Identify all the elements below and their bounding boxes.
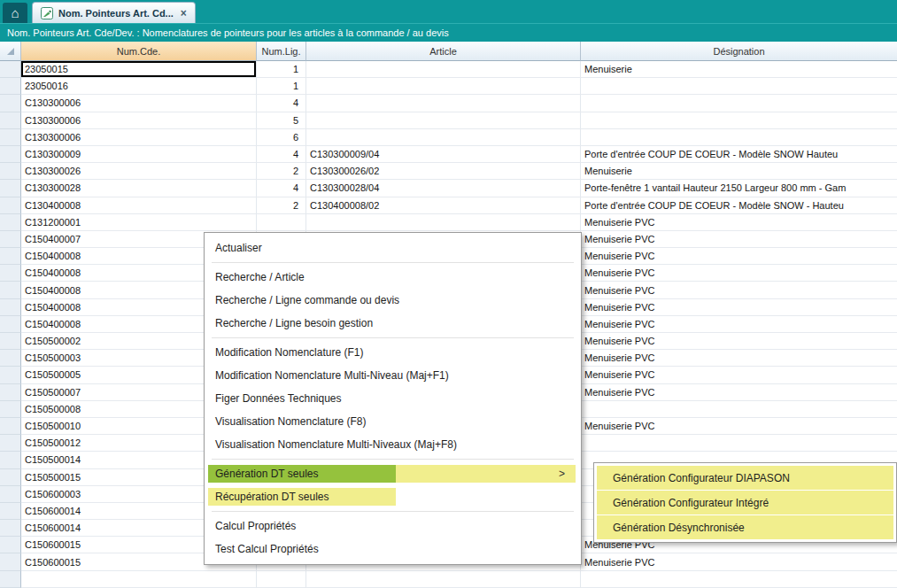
- cell-designation[interactable]: [581, 78, 897, 95]
- menu-item-13[interactable]: Récupération DT seules: [205, 485, 581, 508]
- row-selector[interactable]: [0, 299, 21, 316]
- row-selector[interactable]: [0, 61, 21, 78]
- cell-article[interactable]: [306, 61, 581, 78]
- cell-num-lig[interactable]: 1: [257, 61, 306, 78]
- cell-designation[interactable]: [581, 129, 897, 146]
- cell-article[interactable]: [306, 129, 581, 146]
- home-tab-button[interactable]: ⌂: [3, 3, 27, 23]
- row-selector[interactable]: [0, 553, 21, 570]
- submenu-item-0[interactable]: Génération Configurateur DIAPASON: [597, 466, 893, 490]
- row-selector[interactable]: [0, 197, 21, 214]
- cell-designation[interactable]: Menuiserie: [581, 61, 897, 78]
- row-selector[interactable]: [0, 486, 21, 503]
- row-selector[interactable]: [0, 571, 21, 588]
- column-header-article[interactable]: Article: [306, 42, 581, 61]
- row-selector[interactable]: [0, 401, 21, 418]
- cell-num-cde[interactable]: C130300028: [21, 180, 257, 197]
- cell-designation[interactable]: Menuiserie PVC: [581, 367, 897, 383]
- row-selector[interactable]: [0, 95, 21, 112]
- row-selector[interactable]: [0, 231, 21, 248]
- cell-article[interactable]: [306, 214, 581, 231]
- cell-num-cde[interactable]: [21, 571, 257, 588]
- cell-article[interactable]: C130300009/04: [306, 146, 581, 163]
- row-selector[interactable]: [0, 112, 21, 129]
- cell-article[interactable]: [306, 95, 581, 112]
- row-selector[interactable]: [0, 503, 21, 520]
- cell-designation[interactable]: Porte-fenêtre 1 vantail Hauteur 2150 Lar…: [581, 180, 897, 197]
- cell-num-lig[interactable]: 6: [257, 129, 306, 146]
- cell-num-lig[interactable]: 4: [257, 95, 306, 112]
- cell-designation[interactable]: [581, 112, 897, 129]
- cell-designation[interactable]: Porte d'entrée COUP DE COEUR - Modèle SN…: [581, 197, 897, 214]
- cell-designation[interactable]: Menuiserie PVC: [581, 231, 897, 248]
- row-selector[interactable]: [0, 350, 21, 367]
- row-selector[interactable]: [0, 180, 21, 197]
- menu-item-3[interactable]: Recherche / Ligne commande ou devis: [205, 289, 581, 312]
- cell-designation[interactable]: Menuiserie PVC: [581, 384, 897, 401]
- column-header-num-lig[interactable]: Num.Lig.: [257, 42, 306, 61]
- row-selector[interactable]: [0, 214, 21, 231]
- row-selector[interactable]: [0, 452, 21, 468]
- menu-item-6[interactable]: Modification Nomenclature (F1): [205, 341, 581, 364]
- cell-designation[interactable]: Menuiserie PVC: [581, 248, 897, 265]
- submenu-item-1[interactable]: Génération Configurateur Intégré: [597, 491, 893, 514]
- cell-designation[interactable]: Menuiserie PVC: [581, 265, 897, 282]
- tab-nom-pointeurs[interactable]: Nom. Pointeurs Art. Cd... ×: [32, 2, 196, 23]
- cell-designation[interactable]: Menuiserie PVC: [581, 316, 897, 333]
- menu-item-15[interactable]: Calcul Propriétés: [205, 514, 581, 538]
- row-selector[interactable]: [0, 282, 21, 298]
- cell-designation[interactable]: Menuiserie PVC: [581, 333, 897, 350]
- cell-designation[interactable]: Menuiserie PVC: [581, 553, 897, 570]
- cell-designation[interactable]: Menuiserie PVC: [581, 299, 897, 316]
- row-selector[interactable]: [0, 163, 21, 180]
- column-header-designation[interactable]: Désignation: [581, 42, 897, 61]
- row-selector[interactable]: [0, 333, 21, 350]
- row-selector[interactable]: [0, 316, 21, 333]
- tab-close-icon[interactable]: ×: [181, 7, 187, 19]
- cell-num-lig[interactable]: 5: [257, 112, 306, 129]
- cell-designation[interactable]: Menuiserie PVC: [581, 214, 897, 231]
- cell-num-cde[interactable]: C131200001: [21, 214, 257, 231]
- menu-item-16[interactable]: Test Calcul Propriétés: [205, 538, 581, 561]
- menu-item-10[interactable]: Visualisation Nomenclature Multi-Niveaux…: [205, 433, 581, 456]
- cell-designation[interactable]: Porte d'entrée COUP DE COEUR - Modèle SN…: [581, 146, 897, 163]
- row-selector[interactable]: [0, 78, 21, 95]
- menu-item-2[interactable]: Recherche / Article: [205, 266, 581, 289]
- row-selector[interactable]: [0, 146, 21, 163]
- cell-num-lig[interactable]: 4: [257, 146, 306, 163]
- cell-num-lig[interactable]: 2: [257, 163, 306, 180]
- submenu-item-2[interactable]: Génération Désynchronisée: [597, 515, 893, 539]
- menu-item-8[interactable]: Figer Données Techniques: [205, 387, 581, 410]
- cell-num-lig[interactable]: 2: [257, 197, 306, 214]
- row-selector[interactable]: [0, 435, 21, 452]
- grid-corner-cell[interactable]: [0, 42, 21, 61]
- cell-article[interactable]: [306, 78, 581, 95]
- cell-num-cde[interactable]: C130300009: [21, 146, 257, 163]
- menu-item-4[interactable]: Recherche / Ligne besoin gestion: [205, 312, 581, 335]
- cell-num-lig[interactable]: [257, 214, 306, 231]
- cell-num-cde[interactable]: C130300006: [21, 95, 257, 112]
- cell-article[interactable]: [306, 112, 581, 129]
- cell-article[interactable]: C130300028/04: [306, 180, 581, 197]
- cell-designation[interactable]: [581, 571, 897, 588]
- cell-num-cde[interactable]: C130400008: [21, 197, 257, 214]
- row-selector[interactable]: [0, 384, 21, 401]
- row-selector[interactable]: [0, 537, 21, 553]
- cell-designation[interactable]: [581, 435, 897, 452]
- cell-designation[interactable]: [581, 95, 897, 112]
- column-header-num-cde[interactable]: Num.Cde.: [21, 42, 257, 61]
- menu-item-7[interactable]: Modification Nomenclature Multi-Niveau (…: [205, 364, 581, 387]
- cell-num-cde[interactable]: C130300006: [21, 112, 257, 129]
- menu-item-9[interactable]: Visualisation Nomenclature (F8): [205, 410, 581, 433]
- cell-article[interactable]: C130300026/02: [306, 163, 581, 180]
- row-selector[interactable]: [0, 265, 21, 282]
- cell-num-cde[interactable]: C130300026: [21, 163, 257, 180]
- cell-designation[interactable]: Menuiserie: [581, 163, 897, 180]
- cell-num-cde[interactable]: C130300006: [21, 129, 257, 146]
- menu-item-12[interactable]: Génération DT seules>: [205, 462, 581, 485]
- cell-num-lig[interactable]: 1: [257, 78, 306, 95]
- cell-num-lig[interactable]: 4: [257, 180, 306, 197]
- row-selector[interactable]: [0, 367, 21, 383]
- cell-article[interactable]: [306, 571, 581, 588]
- row-selector[interactable]: [0, 469, 21, 486]
